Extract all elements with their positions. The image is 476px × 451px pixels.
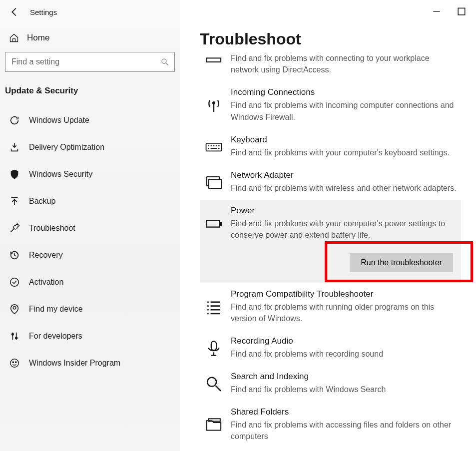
ts-item-directaccess[interactable]: Find and fix problems with connecting to… [200,52,461,81]
sidebar-item-label: Windows Update [29,116,89,125]
sidebar-item-backup[interactable]: Backup [0,188,180,215]
home-icon [9,33,19,43]
svg-rect-10 [207,58,221,62]
ts-title: Recording Audio [231,336,383,346]
back-button[interactable] [9,6,20,17]
window-controls [432,7,466,16]
svg-rect-16 [220,223,222,225]
maximize-button[interactable] [457,7,466,16]
delivery-icon [9,142,20,153]
main-content: Troubleshoot Find and fix problems with … [180,0,476,451]
sidebar-item-windows-security[interactable]: Windows Security [0,161,180,188]
sidebar-item-windows-insider[interactable]: Windows Insider Program [0,350,180,377]
svg-point-11 [213,102,215,104]
category-header: Update & Security [0,82,180,107]
sidebar-item-for-developers[interactable]: For developers [0,323,180,350]
sidebar-item-windows-update[interactable]: Windows Update [0,107,180,134]
refresh-icon [9,115,20,126]
ts-item-power[interactable]: Power Find and fix problems with your co… [200,200,461,250]
ts-item-network-adapter[interactable]: Network Adapter Find and fix problems wi… [200,164,461,200]
antenna-icon [205,87,223,122]
sidebar: Settings Home Update & Security Windows … [0,0,180,451]
ts-desc: Find and fix problems with running older… [231,301,457,324]
home-label: Home [27,33,49,43]
sidebar-item-label: Troubleshoot [29,224,75,233]
page-title: Troubleshoot [200,30,461,48]
ts-title: Network Adapter [231,170,457,180]
sidebar-item-label: Activation [29,278,63,287]
shared-folder-icon [205,407,223,442]
ts-desc: Find and fix problems with recording sou… [231,348,383,360]
ts-desc: Find and fix problems with incoming comp… [231,99,457,122]
search-input[interactable] [11,57,160,66]
backup-icon [9,196,20,207]
svg-point-2 [10,278,19,287]
run-troubleshooter-button[interactable]: Run the troubleshooter [350,253,453,272]
ts-desc: Find and fix problems with wireless and … [231,182,457,194]
svg-rect-12 [206,143,222,151]
location-icon [9,304,20,315]
insider-icon [9,358,20,369]
svg-rect-17 [211,341,216,350]
search-wrap [5,52,175,72]
search-box[interactable] [5,52,175,72]
sidebar-item-label: Windows Insider Program [29,359,120,368]
developer-icon [9,331,20,342]
svg-rect-19 [209,419,220,422]
svg-point-5 [15,337,17,339]
sidebar-item-label: Delivery Optimization [29,143,104,152]
ts-desc: Find and fix problems with your computer… [231,147,450,158]
ts-desc: Find and fix problems with Windows Searc… [231,384,386,395]
ts-desc: Find and fix problems with accessing fil… [231,419,457,442]
svg-point-4 [12,334,14,336]
ts-title: Keyboard [231,135,450,145]
run-row: Run the troubleshooter [200,250,461,283]
home-nav[interactable]: Home [0,24,180,52]
svg-point-3 [13,307,16,310]
sidebar-item-delivery-optimization[interactable]: Delivery Optimization [0,134,180,161]
svg-point-6 [10,359,19,368]
titlebar: Settings [0,0,180,24]
ts-title: Search and Indexing [231,372,386,382]
sidebar-item-recovery[interactable]: Recovery [0,242,180,269]
ts-desc: Find and fix problems with your computer… [231,218,457,241]
sidebar-item-label: Windows Security [29,170,92,179]
wrench-icon [9,223,20,234]
svg-point-8 [15,362,16,363]
ts-item-shared-folders[interactable]: Shared Folders Find and fix problems wit… [200,401,461,448]
sidebar-item-label: Backup [29,197,55,206]
sidebar-item-find-my-device[interactable]: Find my device [0,296,180,323]
svg-rect-14 [209,179,222,188]
monitor-icon [205,170,223,194]
sidebar-item-label: Recovery [29,251,63,260]
recovery-icon [9,250,20,261]
sidebar-item-troubleshoot[interactable]: Troubleshoot [0,215,180,242]
ts-title: Program Compatibility Troubleshooter [231,289,457,299]
search-icon [160,57,169,66]
ts-title: Power [231,206,457,216]
sidebar-item-label: Find my device [29,305,83,314]
svg-rect-15 [207,221,220,227]
ts-item-search-indexing[interactable]: Search and Indexing Find and fix problem… [200,366,461,401]
microphone-icon [205,336,223,360]
ts-item-keyboard[interactable]: Keyboard Find and fix problems with your… [200,129,461,164]
ts-title: Incoming Connections [231,87,457,97]
troubleshooter-list: Find and fix problems with connecting to… [200,52,461,449]
list-icon [205,289,223,324]
sidebar-nav: Windows Update Delivery Optimization Win… [0,107,180,377]
directaccess-icon [205,52,223,75]
activation-icon [9,277,20,288]
search-big-icon [205,372,223,395]
svg-point-0 [162,59,166,63]
keyboard-icon [205,135,223,158]
sidebar-item-label: For developers [29,332,82,341]
ts-item-program-compatibility[interactable]: Program Compatibility Troubleshooter Fin… [200,283,461,330]
svg-point-7 [12,362,13,363]
minimize-button[interactable] [432,7,441,16]
app-title: Settings [30,8,57,16]
shield-icon [9,169,20,180]
ts-item-recording-audio[interactable]: Recording Audio Find and fix problems wi… [200,330,461,366]
svg-point-18 [207,378,216,387]
ts-item-incoming-connections[interactable]: Incoming Connections Find and fix proble… [200,81,461,128]
sidebar-item-activation[interactable]: Activation [0,269,180,296]
